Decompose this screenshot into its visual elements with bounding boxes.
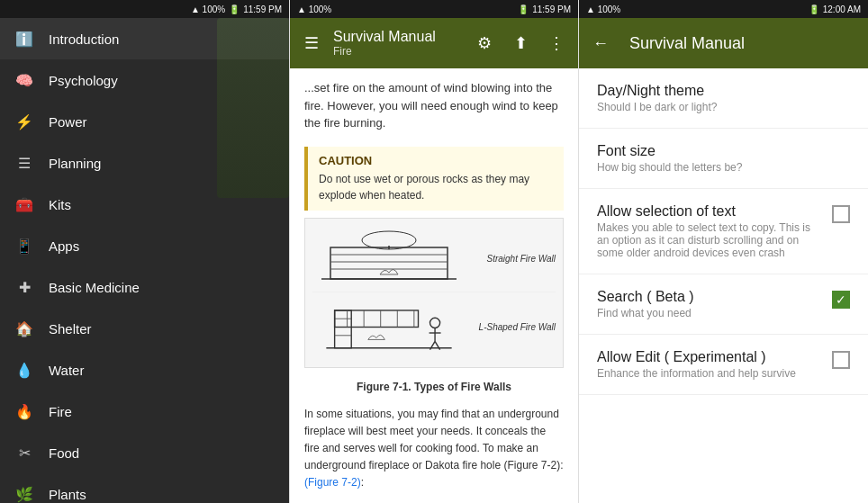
settings-item-search-beta[interactable]: Search ( Beta ) Find what you need ✓: [579, 274, 868, 335]
content-toolbar: ☰ Survival Manual Fire ⚙ ⬆ ⋮: [290, 18, 578, 68]
toolbar-title-block: Survival Manual Fire: [333, 29, 463, 58]
content-subtitle: Fire: [333, 45, 463, 58]
basic-medicine-icon: ✚: [14, 277, 34, 297]
nav-drawer: ▲ 100% 🔋 11:59 PM ℹ️ Introduction 🧠 Psyc…: [0, 0, 289, 503]
intro-text: ...set fire on the amount of wind blowin…: [290, 68, 578, 139]
l-shaped-wall-label: L-Shaped Fire Wall: [479, 322, 556, 332]
fire-icon: 🔥: [14, 401, 34, 421]
apps-icon: 📱: [14, 236, 34, 256]
water-icon: 💧: [14, 360, 34, 380]
introduction-icon: ℹ️: [14, 29, 34, 49]
settings-item-allow-edit[interactable]: Allow Edit ( Experimental ) Enhance the …: [579, 335, 868, 395]
sidebar-item-power[interactable]: ⚡ Power: [0, 101, 289, 142]
content-time: 11:59 PM: [532, 4, 571, 14]
settings-item-day-night-theme[interactable]: Day/Night theme Should I be dark or ligh…: [579, 68, 868, 129]
settings-button[interactable]: ⚙: [470, 29, 499, 58]
settings-item-subtitle-day-night: Should I be dark or light?: [597, 101, 850, 113]
settings-item-font-size[interactable]: Font size How big should the letters be?: [579, 129, 868, 189]
more-options-button[interactable]: ⋮: [542, 29, 571, 58]
content-battery: 🔋: [518, 4, 529, 14]
psychology-icon: 🧠: [14, 70, 34, 90]
sidebar-item-apps[interactable]: 📱 Apps: [0, 225, 289, 266]
shelter-icon: 🏠: [14, 319, 34, 338]
svg-point-18: [430, 318, 440, 328]
settings-item-allow-selection[interactable]: Allow selection of text Makes you able t…: [579, 189, 868, 274]
settings-item-text-search-beta: Search ( Beta ) Find what you need: [597, 289, 821, 319]
settings-title: Survival Manual: [622, 18, 861, 68]
nav-status-bar: ▲ 100% 🔋 11:59 PM: [0, 0, 289, 18]
figure-caption: Figure 7-1. Types of Fire Walls: [290, 375, 578, 399]
content-body[interactable]: ...set fire on the amount of wind blowin…: [290, 68, 578, 503]
content-title: Survival Manual: [333, 29, 436, 44]
settings-item-text-allow-edit: Allow Edit ( Experimental ) Enhance the …: [597, 349, 821, 380]
nav-battery: 🔋: [229, 4, 240, 14]
straight-fire-wall-svg: [312, 229, 466, 288]
settings-item-title-search-beta: Search ( Beta ): [597, 289, 821, 305]
settings-toolbar: ← Survival Manual: [579, 18, 868, 68]
l-shaped-fire-wall-section: L-Shaped Fire Wall: [312, 292, 556, 360]
planning-icon: ☰: [14, 153, 34, 173]
sidebar-item-plants[interactable]: 🌿 Plants: [0, 473, 289, 503]
content-signal: ▲ 100%: [297, 4, 331, 14]
sidebar-item-water[interactable]: 💧 Water: [0, 349, 289, 391]
allow-edit-checkbox[interactable]: [832, 351, 850, 369]
settings-item-subtitle-font-size: How big should the letters be?: [597, 161, 850, 174]
sidebar-item-label-water: Water: [49, 363, 84, 378]
sidebar-item-planning[interactable]: ☰ Planning: [0, 142, 289, 184]
settings-panel: ▲ 100% 🔋 12:00 AM ← Survival Manual Day/…: [579, 0, 868, 503]
settings-signal: ▲ 100%: [586, 4, 620, 14]
sidebar-item-label-introduction: Introduction: [49, 31, 119, 47]
plants-icon: 🌿: [14, 484, 34, 503]
nav-items-list: ℹ️ Introduction 🧠 Psychology ⚡ Power ☰ P…: [0, 18, 289, 503]
share-button[interactable]: ⬆: [506, 29, 535, 58]
sidebar-item-fire[interactable]: 🔥 Fire: [0, 391, 289, 432]
sidebar-item-label-food: Food: [49, 445, 79, 461]
back-button[interactable]: ←: [586, 29, 615, 58]
sidebar-item-basic-medicine[interactable]: ✚ Basic Medicine: [0, 266, 289, 308]
sidebar-item-shelter[interactable]: 🏠 Shelter: [0, 308, 289, 349]
settings-item-text-allow-selection: Allow selection of text Makes you able t…: [597, 203, 821, 259]
content-paragraph: In some situations, you may find that an…: [290, 399, 578, 499]
search-beta-checkbox[interactable]: ✓: [832, 291, 850, 309]
caution-title: CAUTION: [319, 154, 553, 167]
svg-rect-8: [335, 310, 352, 347]
food-icon: ✂: [14, 443, 34, 463]
l-shaped-fire-wall-svg: [312, 298, 466, 356]
menu-button[interactable]: ☰: [297, 29, 326, 58]
settings-item-text-font-size: Font size How big should the letters be?: [597, 143, 850, 174]
settings-battery: 🔋: [809, 4, 819, 14]
fire-walls-illustration: Straight Fire Wall: [304, 218, 564, 368]
settings-item-title-day-night: Day/Night theme: [597, 83, 850, 99]
sidebar-item-kits[interactable]: 🧰 Kits: [0, 184, 289, 225]
sidebar-item-psychology[interactable]: 🧠 Psychology: [0, 59, 289, 101]
settings-time: 12:00 AM: [823, 4, 861, 14]
sidebar-item-label-plants: Plants: [49, 487, 86, 502]
sidebar-item-label-psychology: Psychology: [49, 73, 118, 88]
content-panel: ▲ 100% 🔋 11:59 PM ☰ Survival Manual Fire…: [289, 0, 579, 503]
sidebar-item-label-apps: Apps: [49, 238, 79, 254]
settings-body: Day/Night theme Should I be dark or ligh…: [579, 68, 868, 503]
sidebar-item-label-basic-medicine: Basic Medicine: [49, 280, 140, 295]
sidebar-item-introduction[interactable]: ℹ️ Introduction: [0, 18, 289, 59]
caution-text: Do not use wet or porous rocks as they m…: [319, 171, 553, 203]
kits-icon: 🧰: [14, 194, 34, 214]
settings-item-subtitle-allow-edit: Enhance the information and help survive: [597, 367, 821, 380]
figure-link[interactable]: (Figure 7-2): [304, 476, 361, 489]
sidebar-item-label-shelter: Shelter: [49, 321, 92, 337]
caution-box: CAUTION Do not use wet or porous rocks a…: [304, 147, 564, 211]
nav-signal: ▲ 100%: [191, 4, 225, 14]
content-status-bar: ▲ 100% 🔋 11:59 PM: [290, 0, 578, 18]
sidebar-item-label-fire: Fire: [49, 404, 72, 419]
allow-selection-checkbox[interactable]: [832, 205, 850, 223]
sidebar-item-label-planning: Planning: [49, 156, 101, 171]
sidebar-item-food[interactable]: ✂ Food: [0, 432, 289, 473]
straight-fire-wall-section: Straight Fire Wall: [312, 226, 556, 292]
sidebar-item-label-power: Power: [49, 114, 87, 130]
settings-item-subtitle-search-beta: Find what you need: [597, 307, 821, 319]
settings-item-title-allow-selection: Allow selection of text: [597, 203, 821, 220]
settings-item-title-allow-edit: Allow Edit ( Experimental ): [597, 349, 821, 365]
sidebar-item-label-kits: Kits: [49, 197, 71, 212]
settings-item-subtitle-allow-selection: Makes you able to select text to copy. T…: [597, 221, 821, 259]
nav-time: 11:59 PM: [243, 4, 282, 14]
settings-status-bar: ▲ 100% 🔋 12:00 AM: [579, 0, 868, 18]
